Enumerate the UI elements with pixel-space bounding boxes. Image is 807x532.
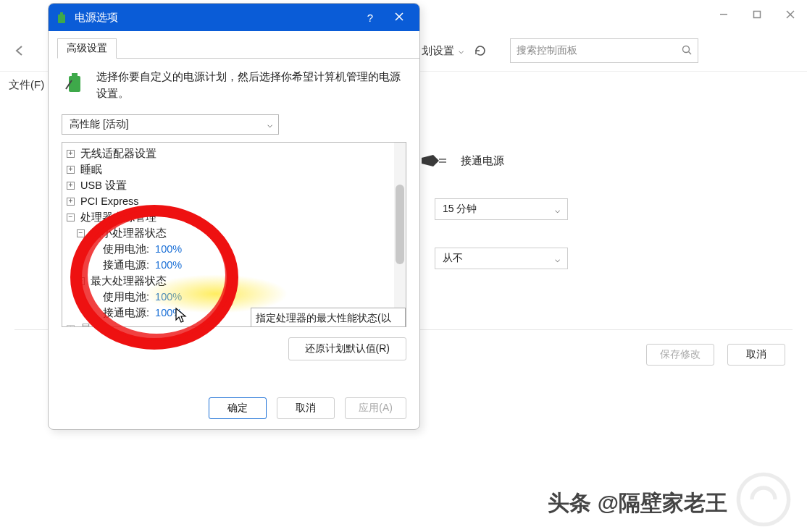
chevron-down-icon: ⌵ [555,254,560,264]
back-button[interactable] [9,40,30,62]
tree-item-cpu[interactable]: 处理器电源管理 [80,209,156,225]
ok-button[interactable]: 确定 [209,397,267,419]
dialog-button-row: 确定 取消 应用(A) [209,397,406,419]
collapse-icon[interactable]: − [77,277,85,285]
refresh-button[interactable] [468,38,493,63]
svg-rect-14 [72,73,78,76]
search-input[interactable]: 搜索控制面板 [510,38,698,63]
expand-icon[interactable]: + [67,166,75,174]
battery-icon [62,69,88,95]
plan-settings-panel: 接通电源 15 分钟 ⌵ 从不 ⌵ [420,152,666,269]
watermark-text: 头条 @隔壁家老王 [548,489,727,518]
svg-rect-9 [58,14,65,23]
label-plugged-in: 接通电源: [103,305,149,321]
tree-item-sleep[interactable]: 睡眠 [80,161,102,177]
tree-item-display[interactable]: 显示 [80,321,102,327]
dialog-description: 选择你要自定义的电源计划，然后选择你希望计算机管理的电源设置。 [96,69,406,101]
settings-tree[interactable]: +无线适配器设置 +睡眠 +USB 设置 +PCI Express −处理器电源… [62,142,406,327]
close-button[interactable] [774,0,807,29]
plugged-in-header: 接通电源 [420,152,666,169]
scrollbar-thumb[interactable] [396,185,404,264]
chevron-down-icon: ⌵ [267,119,272,130]
expand-icon[interactable]: + [67,182,75,190]
minimize-button[interactable] [707,0,740,29]
scrollbar[interactable] [394,143,406,326]
expand-icon[interactable]: + [67,325,75,328]
dialog-body: 选择你要自定义的电源计划，然后选择你希望计算机管理的电源设置。 高性能 [活动]… [49,59,419,369]
tab-strip: 高级设置 [57,38,419,59]
window-caption-buttons [707,0,807,29]
collapse-icon[interactable]: − [77,229,85,237]
expand-icon[interactable]: + [67,198,75,206]
footer-buttons: 保存修改 取消 [646,344,785,366]
value-min-battery[interactable]: 100% [155,241,182,257]
dialog-title: 电源选项 [75,11,118,25]
save-button[interactable]: 保存修改 [646,344,714,366]
chevron-down-icon: ⌵ [555,205,560,215]
combo-value: 15 分钟 [443,203,477,216]
svg-rect-6 [439,159,446,160]
cancel-button[interactable]: 取消 [277,397,335,419]
label-on-battery: 使用电池: [103,241,149,257]
tree-item-max-state[interactable]: 最大处理器状态 [91,273,167,289]
tree-item-min-state[interactable]: 最小处理器状态 [91,225,167,241]
svg-rect-13 [69,76,80,92]
collapse-icon[interactable]: − [67,214,75,221]
mouse-cursor-icon [175,308,188,324]
expand-icon[interactable]: + [67,150,75,158]
label-on-battery: 使用电池: [103,289,149,305]
value-min-plugged[interactable]: 100% [155,257,182,273]
svg-point-4 [683,46,690,52]
tree-item-wireless[interactable]: 无线适配器设置 [80,145,156,161]
search-icon [682,45,692,57]
svg-rect-1 [754,12,761,18]
watermark-logo [735,481,793,518]
file-menu[interactable]: 文件(F) [9,78,44,92]
apply-button[interactable]: 应用(A) [345,397,406,419]
combo-value: 从不 [443,252,463,265]
breadcrumb-segment: 划设置 [422,44,454,58]
breadcrumb[interactable]: 划设置 ⌵ [422,44,464,58]
tree-item-pci[interactable]: PCI Express [80,193,139,209]
power-plan-combo[interactable]: 高性能 [活动] ⌵ [62,114,279,135]
tab-advanced[interactable]: 高级设置 [57,38,117,59]
svg-rect-7 [439,161,446,163]
power-options-dialog: 电源选项 ? 高级设置 选择你要自定义的电源计划，然后选择你希望计算机管理的电源… [48,3,420,430]
value-max-battery[interactable]: 100% [155,289,182,305]
maximize-button[interactable] [740,0,774,29]
display-off-combo[interactable]: 15 分钟 ⌵ [435,198,568,220]
battery-icon [54,10,69,25]
sleep-combo[interactable]: 从不 ⌵ [435,248,568,269]
tooltip: 指定处理器的最大性能状态(以百分比)。 [251,308,406,327]
label-plugged-in: 接通电源: [103,257,149,273]
restore-defaults-button[interactable]: 还原计划默认值(R) [288,337,406,360]
svg-point-8 [738,474,788,524]
plugged-in-label: 接通电源 [461,154,504,168]
search-placeholder: 搜索控制面板 [517,44,577,57]
plug-icon [420,152,449,169]
svg-rect-10 [60,12,63,14]
chevron-down-icon[interactable]: ⌵ [459,46,464,56]
dialog-titlebar[interactable]: 电源选项 ? [49,4,419,31]
close-button[interactable] [385,12,414,24]
combo-value: 高性能 [活动] [70,118,129,131]
help-button[interactable]: ? [356,12,385,24]
tree-item-usb[interactable]: USB 设置 [80,177,127,193]
cancel-button[interactable]: 取消 [727,344,785,366]
svg-line-5 [689,51,692,54]
